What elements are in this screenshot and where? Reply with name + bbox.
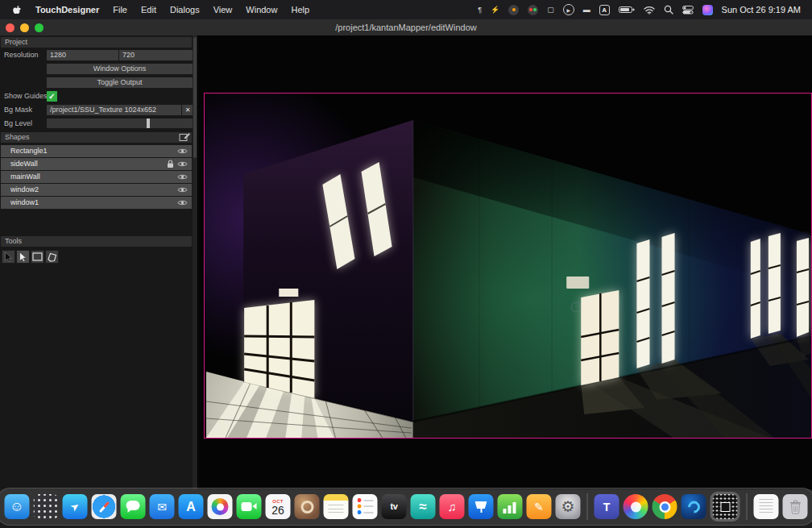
dock-safari[interactable] xyxy=(92,494,117,519)
resolution-height-input[interactable] xyxy=(119,50,193,60)
battery-charging-icon[interactable]: ⚡ xyxy=(491,5,499,15)
dock-document-window[interactable] xyxy=(754,494,779,519)
dock-numbers[interactable] xyxy=(498,494,523,519)
dock-teal-wave-app[interactable]: ≈ xyxy=(411,494,436,519)
zoom-button[interactable] xyxy=(35,23,44,32)
minimize-button[interactable] xyxy=(20,23,29,32)
menu-dialogs[interactable]: Dialogs xyxy=(170,5,200,15)
shape-name: mainWall xyxy=(10,173,40,181)
dock-brown-circle-app[interactable] xyxy=(295,494,320,519)
trash-icon xyxy=(789,500,802,514)
music-note-icon: ♫ xyxy=(447,501,456,513)
dock-edge[interactable] xyxy=(682,494,706,519)
shape-row-window2[interactable]: window2 xyxy=(1,184,192,196)
visibility-icon[interactable] xyxy=(177,186,188,193)
visibility-icon[interactable] xyxy=(177,173,188,181)
dock-facetime[interactable] xyxy=(237,494,262,519)
control-center-icon[interactable] xyxy=(682,6,694,15)
envelope-icon: ✉ xyxy=(157,501,167,513)
show-guides-checkbox[interactable]: ✓ xyxy=(47,91,57,102)
mapping-canvas[interactable] xyxy=(199,35,812,489)
play-status-icon[interactable]: ▶ xyxy=(563,4,574,15)
dock-tv[interactable]: tv xyxy=(382,494,407,519)
menubar-clock[interactable]: Sun Oct 26 9:19 AM xyxy=(722,5,801,15)
visibility-icon[interactable] xyxy=(177,148,188,155)
menu-file[interactable]: File xyxy=(113,5,127,15)
kantan-mapper-sidebar: Project Resolution Window Options Toggle… xyxy=(0,35,198,489)
display-icon[interactable]: ▢ xyxy=(547,5,554,15)
dock-touchdesigner[interactable] xyxy=(713,494,738,519)
menu-bar: TouchDesigner File Edit Dialogs View Win… xyxy=(0,0,812,19)
toggle-output-button[interactable]: Toggle Output xyxy=(47,77,193,88)
window-titlebar[interactable]: /project1/kantanMapper/editWindow xyxy=(0,19,812,36)
shape-name: window2 xyxy=(10,185,39,193)
dock-messages[interactable] xyxy=(121,494,146,519)
tools-section-header: Tools xyxy=(1,236,192,247)
dock-trash[interactable] xyxy=(783,494,808,519)
close-button[interactable] xyxy=(6,23,14,32)
bg-level-slider[interactable] xyxy=(47,118,193,128)
dock-photos[interactable] xyxy=(208,494,233,519)
siri-icon[interactable] xyxy=(702,5,713,15)
bg-level-label: Bg Level xyxy=(4,118,32,129)
tool-rectangle[interactable] xyxy=(31,250,44,264)
dock-calendar[interactable]: OCT 26 xyxy=(266,494,291,519)
rectangle-icon xyxy=(32,252,43,261)
dock-microsoft-teams[interactable]: T xyxy=(594,494,619,519)
visibility-icon[interactable] xyxy=(177,199,188,206)
clear-bg-mask-button[interactable]: ✕ xyxy=(182,105,193,115)
tool-freeform[interactable] xyxy=(45,250,59,264)
sidebar-scrollbar[interactable] xyxy=(193,35,197,489)
paper-plane-icon: ➤ xyxy=(68,500,81,513)
window-options-button[interactable]: Window Options xyxy=(47,64,193,74)
lock-icon[interactable] xyxy=(167,160,174,168)
apple-menu[interactable] xyxy=(11,5,22,15)
menu-view[interactable]: View xyxy=(213,5,233,15)
menu-help[interactable]: Help xyxy=(291,5,309,15)
shape-row-rectangle1[interactable]: Rectangle1 xyxy=(1,145,192,157)
tool-select[interactable] xyxy=(2,250,15,264)
dock-finder[interactable]: ☺ xyxy=(5,494,30,519)
dock-reminders[interactable] xyxy=(353,494,378,519)
app-menu-touchdesigner[interactable]: TouchDesigner xyxy=(35,5,99,15)
shape-row-sidewall[interactable]: sideWall xyxy=(1,158,192,170)
dock-music[interactable]: ♫ xyxy=(440,494,465,519)
dock-find-my[interactable]: ➤ xyxy=(63,494,88,519)
menu-extra-colors-icon[interactable] xyxy=(528,5,538,15)
dock-pages[interactable]: ✎ xyxy=(527,494,552,519)
app-store-a-icon: A xyxy=(186,501,196,513)
battery-icon[interactable] xyxy=(619,6,635,14)
gear-icon: ⚙ xyxy=(561,499,574,514)
tool-direct-select[interactable] xyxy=(16,250,30,264)
dock-system-settings[interactable]: ⚙ xyxy=(556,494,581,519)
shape-row-window1[interactable]: window1 xyxy=(1,197,192,209)
dock-launchpad[interactable] xyxy=(34,494,59,519)
dock-colorful-circle-app[interactable] xyxy=(624,494,648,519)
dock-app-store[interactable]: A xyxy=(179,494,204,519)
search-icon[interactable] xyxy=(664,5,673,15)
scrollbar-thumb[interactable] xyxy=(193,37,197,158)
menu-edit[interactable]: Edit xyxy=(141,5,156,15)
dock-mail[interactable]: ✉ xyxy=(150,494,175,519)
dock-chrome[interactable] xyxy=(652,494,677,519)
tv-icon: tv xyxy=(391,502,398,511)
input-source-icon[interactable]: A xyxy=(599,5,610,15)
bg-mask-field[interactable]: /project1/SSU_Texture 1024x652 xyxy=(47,105,181,115)
paragraph-status-icon[interactable]: ¶ xyxy=(478,5,482,15)
camera-bar-icon[interactable]: ▬ xyxy=(583,5,590,15)
shape-row-mainwall[interactable]: mainWall xyxy=(1,171,192,183)
projection-output-outline[interactable] xyxy=(204,93,812,439)
bg-mask-label: Bg Mask xyxy=(4,105,32,115)
projection-preview xyxy=(205,94,811,438)
menu-extra-orange-icon[interactable] xyxy=(508,5,519,15)
edit-window: /project1/kantanMapper/editWindow Projec… xyxy=(0,19,812,489)
freeform-icon xyxy=(47,252,57,262)
visibility-icon[interactable] xyxy=(177,160,188,168)
bg-level-handle[interactable] xyxy=(147,118,150,128)
edit-shapes-icon[interactable] xyxy=(179,132,191,142)
dock-keynote[interactable] xyxy=(469,494,494,519)
wifi-icon[interactable] xyxy=(644,6,655,15)
resolution-width-input[interactable] xyxy=(47,50,118,60)
dock-notes[interactable] xyxy=(324,494,349,519)
menu-window[interactable]: Window xyxy=(246,5,277,15)
